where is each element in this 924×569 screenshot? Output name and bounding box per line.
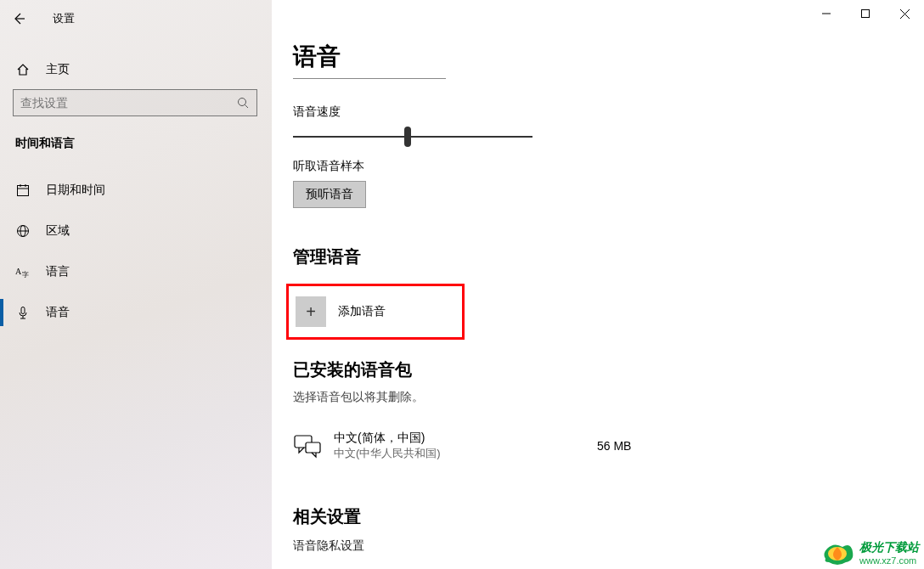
microphone-icon bbox=[15, 306, 31, 319]
category-header: 时间和语言 bbox=[15, 136, 75, 151]
annotation-highlight: + 添加语音 bbox=[286, 284, 465, 340]
titlebar: 设置 bbox=[0, 0, 924, 37]
window-controls bbox=[807, 0, 924, 27]
search-input[interactable] bbox=[20, 96, 236, 110]
home-label: 主页 bbox=[46, 62, 70, 77]
window-title: 设置 bbox=[53, 11, 75, 26]
svg-rect-1 bbox=[862, 10, 870, 18]
search-box[interactable] bbox=[13, 89, 257, 116]
globe-icon bbox=[15, 224, 31, 238]
manage-voices-heading: 管理语音 bbox=[293, 245, 887, 268]
watermark-url: www.xz7.com bbox=[859, 555, 919, 566]
svg-text:字: 字 bbox=[22, 271, 29, 279]
svg-text:A: A bbox=[15, 267, 22, 276]
svg-rect-15 bbox=[21, 307, 25, 314]
calendar-icon bbox=[15, 183, 31, 197]
nav-item-label: 语言 bbox=[46, 264, 70, 279]
nav-item-region[interactable]: 区域 bbox=[0, 211, 272, 251]
svg-line-5 bbox=[245, 105, 249, 109]
sample-label: 听取语音样本 bbox=[293, 159, 887, 174]
svg-rect-19 bbox=[306, 442, 320, 453]
add-voice-label: 添加语音 bbox=[338, 304, 386, 319]
installed-packs-desc: 选择语音包以将其删除。 bbox=[293, 390, 887, 405]
search-icon bbox=[236, 96, 250, 110]
related-settings-heading: 相关设置 bbox=[293, 505, 887, 528]
slider-thumb[interactable] bbox=[404, 127, 411, 147]
add-voice-button[interactable]: + 添加语音 bbox=[296, 295, 455, 329]
speech-privacy-link[interactable]: 语音隐私设置 bbox=[293, 538, 887, 554]
voice-pack-size: 56 MB bbox=[597, 439, 682, 453]
voice-pack-sub: 中文(中华人民共和国) bbox=[334, 446, 597, 461]
watermark: 极光下载站 www.xz7.com bbox=[820, 538, 919, 567]
plus-icon: + bbox=[296, 296, 326, 327]
watermark-logo-icon bbox=[820, 538, 854, 567]
nav-list: 日期和时间 区域 A字 语言 语音 bbox=[0, 170, 272, 333]
speech-bubble-icon bbox=[293, 431, 322, 460]
nav-item-label: 语音 bbox=[46, 305, 70, 320]
language-icon: A字 bbox=[15, 265, 31, 279]
slider-track bbox=[293, 136, 532, 138]
page-heading: 语音 bbox=[293, 41, 887, 73]
content-area: 语音 语音速度 听取语音样本 预听语音 管理语音 + 添加语音 已安装的语音包 … bbox=[293, 41, 887, 554]
heading-underline bbox=[293, 78, 446, 79]
nav-item-speech[interactable]: 语音 bbox=[0, 292, 272, 333]
speed-slider[interactable] bbox=[293, 127, 532, 147]
svg-point-4 bbox=[239, 99, 246, 106]
preview-voice-button[interactable]: 预听语音 bbox=[293, 181, 366, 208]
installed-packs-heading: 已安装的语音包 bbox=[293, 358, 887, 381]
voice-pack-text: 中文(简体，中国) 中文(中华人民共和国) bbox=[334, 431, 597, 461]
nav-item-label: 日期和时间 bbox=[46, 183, 105, 198]
nav-item-language[interactable]: A字 语言 bbox=[0, 251, 272, 292]
maximize-button[interactable] bbox=[846, 0, 885, 27]
minimize-button[interactable] bbox=[807, 0, 846, 27]
nav-item-datetime[interactable]: 日期和时间 bbox=[0, 170, 272, 211]
back-button[interactable] bbox=[0, 0, 37, 37]
home-icon bbox=[15, 63, 31, 76]
home-nav[interactable]: 主页 bbox=[15, 54, 253, 85]
close-button[interactable] bbox=[885, 0, 924, 27]
speed-label: 语音速度 bbox=[293, 104, 887, 120]
watermark-text: 极光下载站 bbox=[859, 540, 919, 555]
svg-rect-6 bbox=[18, 186, 29, 196]
voice-pack-item[interactable]: 中文(简体，中国) 中文(中华人民共和国) 56 MB bbox=[293, 431, 887, 461]
nav-item-label: 区域 bbox=[46, 223, 70, 239]
voice-pack-name: 中文(简体，中国) bbox=[334, 431, 597, 446]
